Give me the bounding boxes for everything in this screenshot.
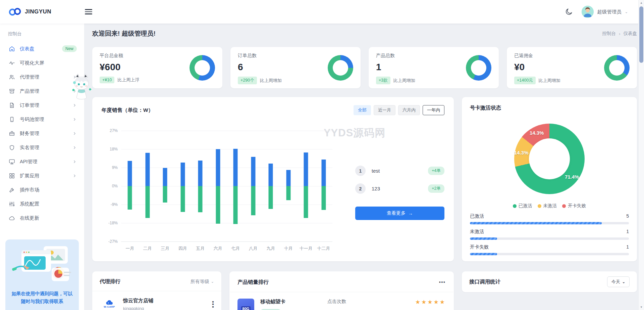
activation-progress-list: 已激活5未激活1开卡失败1 xyxy=(470,213,629,255)
bar-column-9[interactable] xyxy=(280,131,298,241)
bar-negative xyxy=(269,186,273,209)
rank-number: 1 xyxy=(355,166,366,176)
product-row[interactable]: 80G 移动鲸望卡 点击次数 340K ★★★★★ 1234单 xyxy=(237,299,446,310)
product-image: 80G xyxy=(237,299,254,310)
scroll-up-arrow[interactable]: ▲ xyxy=(639,0,644,6)
sidebar-item-5[interactable]: 号码池管理 xyxy=(7,112,78,126)
legend-dot xyxy=(562,204,566,208)
api-period-select[interactable]: 今天 ⌄ xyxy=(607,276,630,287)
view-more-button[interactable]: 查看更多 → xyxy=(355,207,444,220)
agent-level-filter[interactable]: 所有等级 ⌄ xyxy=(191,279,214,285)
sidebar-item-label: 扩展应用 xyxy=(20,173,39,179)
brand-logo[interactable]: JINGYUN xyxy=(8,7,51,16)
bar-negative xyxy=(304,186,308,218)
breadcrumb-dashboard: 仪表盘 xyxy=(624,31,637,37)
sidebar-item-label: 插件市场 xyxy=(20,187,39,193)
card-activation-status: 号卡激活状态 71.4%14.3%14.3% 已激活未激活开卡失败 已激活5未激… xyxy=(462,97,637,261)
stat-mini-donut xyxy=(604,55,630,81)
breadcrumb-console[interactable]: 控制台 xyxy=(602,31,616,37)
chevron-down-icon: ⌄ xyxy=(622,280,625,284)
bar-column-11[interactable] xyxy=(315,131,333,241)
sidebar-item-label: 实名管理 xyxy=(20,144,39,151)
bar-negative xyxy=(163,186,167,203)
bar-column-5[interactable] xyxy=(209,131,227,241)
bar-column-1[interactable] xyxy=(139,131,157,241)
y-axis-tick: 0% xyxy=(104,184,118,188)
bar-positive xyxy=(128,161,132,186)
progress-group-1: 未激活1 xyxy=(470,229,629,240)
bar-column-0[interactable] xyxy=(121,131,139,241)
agent-row[interactable]: W-CARP 惊云官方店铺 kingqqking ••• xyxy=(100,298,214,310)
legend-item-2[interactable]: 开卡失败 xyxy=(562,203,586,209)
x-axis-label: 一月 xyxy=(121,246,139,252)
stat-card-row: 平台总金额¥600+¥10比上周上浮订单总数6+290个比上周增加产品总数1+3… xyxy=(92,47,637,88)
stat-title: 订单总数 xyxy=(238,53,282,59)
stat-mini-donut xyxy=(190,55,215,81)
stat-desc: 比上周增加 xyxy=(260,78,282,84)
dark-mode-toggle-icon[interactable] xyxy=(565,8,573,16)
bar-column-3[interactable] xyxy=(174,131,192,241)
sidebar-item-6[interactable]: 财务管理 xyxy=(7,126,78,140)
legend-item-0[interactable]: 已激活 xyxy=(513,203,532,209)
sidebar-item-11[interactable]: 系统配置 xyxy=(7,197,78,211)
sidebar-section-label: 控制台 xyxy=(8,31,78,37)
rank-number: 2 xyxy=(355,183,366,194)
x-axis-label: 六月 xyxy=(209,246,227,252)
ellipsis-menu-icon[interactable]: ⋯ xyxy=(439,278,446,286)
page-scrollbar[interactable]: ▲ ▼ xyxy=(638,0,644,310)
bar-column-2[interactable] xyxy=(156,131,174,241)
tab-2[interactable]: 六月内 xyxy=(398,105,420,115)
bar-column-10[interactable] xyxy=(297,131,315,241)
sidebar-item-9[interactable]: 扩展应用 xyxy=(7,169,78,183)
sidebar-item-1[interactable]: 可视化大屏 xyxy=(7,56,78,70)
bar-negative xyxy=(180,186,185,212)
bar-negative xyxy=(233,186,238,224)
file-icon xyxy=(9,102,15,108)
bar-column-8[interactable] xyxy=(262,131,280,241)
sidebar-item-3[interactable]: 产品管理 xyxy=(7,84,78,98)
sidebar-item-4[interactable]: 订单管理 xyxy=(7,98,78,112)
stat-value: 6 xyxy=(238,62,282,73)
ranking-row-0[interactable]: 1test+4单 xyxy=(355,166,444,176)
sidebar-item-8[interactable]: API管理 xyxy=(7,154,78,169)
tab-1[interactable]: 近一月 xyxy=(374,105,395,115)
clicks-label: 点击次数 xyxy=(327,299,391,305)
tab-3[interactable]: 一年内 xyxy=(423,105,444,115)
sidebar-item-10[interactable]: 插件市场 xyxy=(7,183,78,197)
stat-desc: 比上周上浮 xyxy=(117,77,139,83)
user-menu[interactable]: 超级管理员 ⌄ xyxy=(582,6,628,18)
stat-card-1: 订单总数6+290个比上周增加 xyxy=(230,47,361,88)
x-axis-label: 五月 xyxy=(192,246,209,252)
ranking-row-1[interactable]: 2123+2单 xyxy=(355,183,444,194)
airplay-icon xyxy=(9,159,15,165)
sidebar-item-0[interactable]: 仪表盘New xyxy=(7,42,78,56)
sidebar-item-2[interactable]: 代理管理 xyxy=(7,70,78,84)
legend-label: 已激活 xyxy=(519,203,532,209)
bar-column-6[interactable] xyxy=(227,131,245,241)
archive-icon xyxy=(9,88,15,94)
kebab-menu-icon[interactable]: ••• xyxy=(212,301,214,308)
bar-column-4[interactable] xyxy=(192,131,209,241)
chevron-right-icon xyxy=(72,75,77,79)
stat-value: ¥0 xyxy=(514,62,560,73)
activation-legend: 已激活未激活开卡失败 xyxy=(470,203,629,209)
y-axis-tick: 9% xyxy=(104,165,118,170)
tab-0[interactable]: 全部 xyxy=(354,105,371,115)
rank-delta-badge: +4单 xyxy=(428,167,444,175)
bar-positive xyxy=(251,157,255,186)
scrollbar-thumb[interactable] xyxy=(639,6,643,63)
legend-item-1[interactable]: 未激活 xyxy=(538,203,557,209)
grid-icon xyxy=(9,173,15,179)
sidebar: 控制台 仪表盘New可视化大屏代理管理产品管理订单管理号码池管理财务管理实名管理… xyxy=(0,24,85,310)
bar-column-7[interactable] xyxy=(245,131,262,241)
bar-positive xyxy=(233,149,238,186)
sidebar-item-12[interactable]: 在线更新 xyxy=(7,211,78,225)
agent-username: kingqqking xyxy=(123,306,153,310)
scroll-down-arrow[interactable]: ▼ xyxy=(639,304,644,310)
progress-group-2: 开卡失败1 xyxy=(470,244,629,255)
stat-title: 平台总金额 xyxy=(100,53,139,59)
bar-chart-x-labels: 一月二月三月四月五月六月七月八月九月十月十一月十二月 xyxy=(121,241,332,252)
sidebar-item-7[interactable]: 实名管理 xyxy=(7,140,78,154)
brand-name: JINGYUN xyxy=(25,8,51,15)
sidebar-toggle-icon[interactable] xyxy=(85,8,94,15)
